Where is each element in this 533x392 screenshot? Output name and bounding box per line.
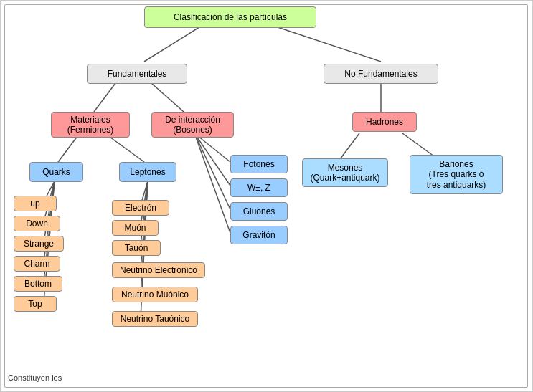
svg-line-1 [273,26,381,62]
node-muon: Muón [112,220,159,236]
node-neutrino-e: Neutrino Electrónico [112,262,205,278]
node-gluones: Gluones [230,202,288,221]
diagram: Clasificación de las partículas Fundamen… [0,0,533,392]
node-electron: Electrón [112,200,169,216]
svg-line-15 [44,181,55,242]
svg-line-8 [194,133,230,186]
svg-line-0 [144,26,202,62]
node-up: up [14,196,57,211]
node-tauon: Tauón [112,240,161,256]
node-leptones: Leptones [119,162,176,182]
node-materiales: Materiales (Fermiones) [51,112,130,138]
svg-line-6 [105,133,144,162]
node-fundamentales: Fundamentales [87,64,187,84]
node-no-fundamentales: No Fundamentales [324,64,438,84]
node-hadrones: Hadrones [352,112,417,132]
node-mesones: Mesones (Quark+antiquark) [302,158,388,187]
node-wz: W±, Z [230,178,288,197]
svg-line-10 [194,133,230,233]
svg-line-3 [151,83,184,112]
node-bariones: Bariones (Tres quarks ó tres antiquarks) [410,155,503,194]
node-strange: Strange [14,236,64,252]
svg-line-7 [194,133,230,162]
node-bottom: Bottom [14,276,62,292]
bottom-text: Constituyen los [8,373,62,382]
svg-line-5 [58,133,80,162]
node-down: Down [14,216,60,231]
node-graviton: Gravitón [230,226,288,244]
svg-line-9 [194,133,230,209]
node-interaccion: De interacción (Bosones) [151,112,234,138]
node-fotones: Fotones [230,155,288,173]
node-top: Top [14,296,57,312]
node-quarks: Quarks [29,162,83,182]
node-neutrino-tau: Neutrino Tauónico [112,311,198,327]
node-neutrino-mu: Neutrino Muónico [112,287,198,302]
svg-line-2 [94,83,115,112]
node-charm: Charm [14,256,60,272]
svg-line-11 [338,133,359,162]
node-root: Clasificación de las partículas [144,6,316,28]
